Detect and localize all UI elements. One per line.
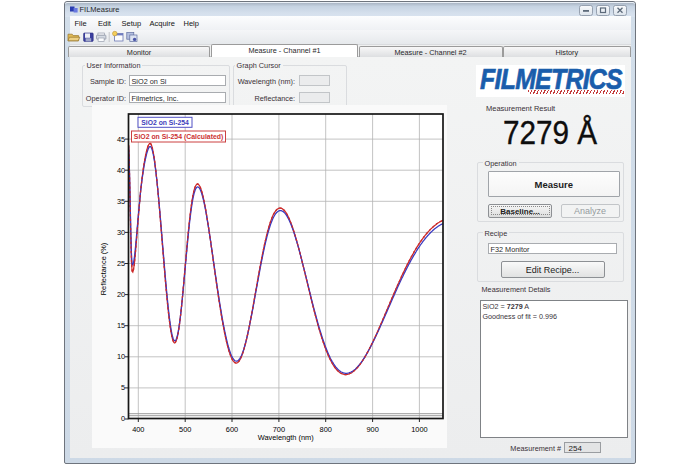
svg-text:0: 0 (121, 414, 125, 423)
svg-text:5: 5 (121, 383, 125, 392)
svg-text:500: 500 (179, 425, 191, 434)
svg-text:900: 900 (366, 425, 378, 434)
svg-text:Wavelength (nm): Wavelength (nm) (258, 433, 314, 442)
svg-text:400: 400 (132, 425, 144, 434)
svg-text:25: 25 (117, 259, 125, 268)
svg-text:15: 15 (117, 321, 125, 330)
svg-text:45: 45 (117, 135, 125, 144)
svg-text:20: 20 (117, 290, 125, 299)
svg-text:35: 35 (117, 197, 125, 206)
svg-text:30: 30 (117, 228, 125, 237)
svg-text:10: 10 (117, 352, 125, 361)
svg-text:800: 800 (320, 425, 332, 434)
svg-text:1000: 1000 (411, 425, 427, 434)
svg-text:SiO2 on Si-254: SiO2 on Si-254 (141, 119, 189, 126)
svg-text:600: 600 (226, 425, 238, 434)
svg-text:SiO2 on Si-254 (Calculated): SiO2 on Si-254 (Calculated) (134, 133, 224, 141)
svg-text:40: 40 (117, 166, 125, 175)
svg-text:Reflectance (%): Reflectance (%) (99, 243, 108, 296)
